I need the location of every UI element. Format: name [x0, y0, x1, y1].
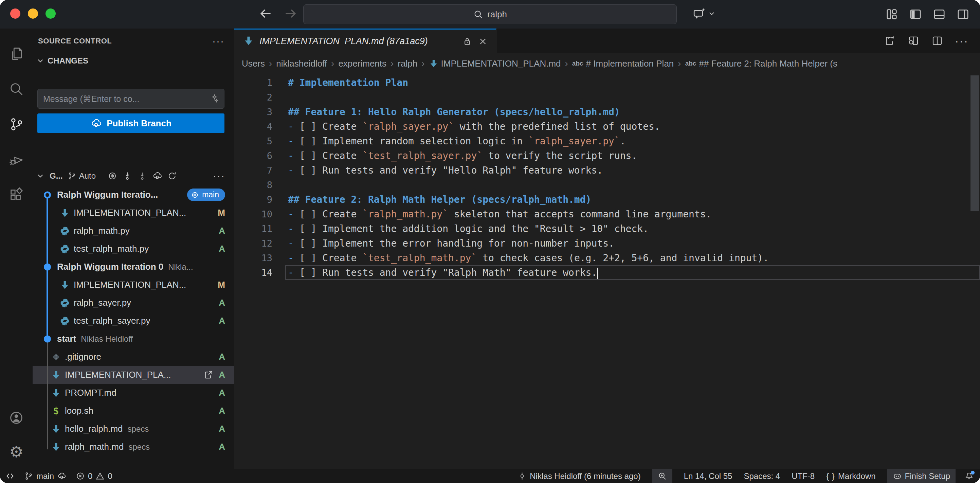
refresh-icon[interactable]	[167, 171, 177, 181]
file-row[interactable]: ralph_math.pyA	[33, 222, 234, 240]
status-problems[interactable]: 0 0	[76, 469, 112, 483]
customize-layout-icon[interactable]	[885, 8, 899, 22]
graph-auto-label[interactable]: Auto	[79, 171, 96, 181]
status-language[interactable]: { } Markdown	[826, 469, 875, 483]
explorer-icon[interactable]	[0, 36, 33, 71]
code-line[interactable]: 9## Feature 2: Ralph Math Helper (specs/…	[234, 192, 980, 207]
file-row[interactable]: $loop.shA	[33, 402, 234, 420]
commit-message-input[interactable]	[43, 94, 208, 104]
commit-row[interactable]: Ralph Wiggum Iteration 0Nikla...	[33, 258, 234, 276]
file-row[interactable]: IMPLEMENTATION_PLA...A	[33, 366, 234, 384]
breadcrumb-separator-icon: ›	[422, 58, 425, 69]
target-icon[interactable]	[107, 171, 118, 181]
run-debug-icon[interactable]	[0, 142, 33, 177]
status-branch[interactable]: main	[24, 469, 66, 483]
toggle-primary-sidebar-icon[interactable]	[909, 8, 922, 22]
breadcrumb-item[interactable]: abc## Feature 2: Ralph Math Helper (s	[685, 58, 837, 69]
file-row[interactable]: IMPLEMENTATION_PLAN...M	[33, 276, 234, 294]
sparkle-icon[interactable]	[208, 94, 219, 104]
toggle-panel-icon[interactable]	[932, 8, 946, 22]
code-line[interactable]: 10- [ ] Create `ralph_math.py` skeleton …	[234, 207, 980, 222]
code-line[interactable]: 4- [ ] Create `ralph_sayer.py` with the …	[234, 119, 980, 134]
code-line[interactable]: 12- [ ] Implement the error handling for…	[234, 236, 980, 251]
line-content: ## Feature 1: Hello Ralph Generator (spe…	[285, 105, 980, 119]
file-row[interactable]: .gitignoreA	[33, 348, 234, 366]
cloud-publish-icon[interactable]	[152, 171, 162, 181]
breadcrumb-item[interactable]: ralph	[398, 58, 417, 69]
file-row[interactable]: test_ralph_math.pyA	[33, 240, 234, 258]
file-row[interactable]: IMPLEMENTATION_PLAN...M	[33, 204, 234, 222]
breadcrumb-item[interactable]: abc# Implementation Plan	[572, 58, 674, 69]
account-icon[interactable]	[0, 401, 33, 435]
line-content: ## Feature 2: Ralph Math Helper (specs/r…	[285, 192, 980, 207]
breadcrumb-item[interactable]: Users	[242, 58, 265, 69]
graph-more-actions-icon[interactable]: ···	[213, 171, 225, 181]
notifications-bell[interactable]	[964, 472, 974, 481]
search-icon[interactable]	[0, 71, 33, 107]
status-cursor-position[interactable]: Ln 14, Col 55	[684, 469, 732, 483]
file-row[interactable]: ralph_sayer.pyA	[33, 294, 234, 312]
extensions-icon[interactable]	[0, 177, 33, 213]
commit-row[interactable]: Ralph Wiggum Iteratio...main	[33, 186, 234, 204]
minimize-window-button[interactable]	[28, 8, 38, 19]
code-line[interactable]: 14- [ ] Run tests and verify "Ralph Math…	[234, 265, 980, 280]
breadcrumb-item[interactable]: experiments	[338, 58, 387, 69]
code-line[interactable]: 3## Feature 1: Hello Ralph Generator (sp…	[234, 105, 980, 119]
breadcrumb-item[interactable]: IMPLEMENTATION_PLAN.md	[429, 58, 561, 69]
git-file-icon	[51, 352, 62, 362]
fetch-icon[interactable]	[122, 171, 132, 181]
source-control-icon[interactable]	[0, 107, 33, 142]
editor-more-actions-icon[interactable]: ···	[955, 35, 969, 46]
code-line[interactable]: 1# Implementation Plan	[234, 75, 980, 90]
file-row[interactable]: PROMPT.mdA	[33, 384, 234, 402]
command-center-search[interactable]: ralph	[303, 5, 677, 24]
markdown-file-icon	[51, 424, 62, 434]
code-line[interactable]: 5- [ ] Implement random selection logic …	[234, 134, 980, 148]
code-line[interactable]: 8	[234, 178, 980, 192]
close-icon[interactable]	[478, 36, 488, 46]
back-arrow-icon[interactable]	[258, 6, 273, 22]
graph-section-header[interactable]: G... Auto ···	[33, 166, 234, 186]
breadcrumb-item[interactable]: niklasheidloff	[276, 58, 327, 69]
code-line[interactable]: 11- [ ] Implement the addition logic and…	[234, 222, 980, 236]
code-line[interactable]: 13- [ ] Create `test_ralph_math.py` to c…	[234, 251, 980, 265]
split-editor-icon[interactable]	[931, 35, 943, 47]
file-row[interactable]: test_ralph_sayer.pyA	[33, 312, 234, 330]
code-editor[interactable]: 1# Implementation Plan23## Feature 1: He…	[234, 74, 980, 469]
status-git-blame[interactable]: Niklas Heidloff (6 minutes ago)	[517, 469, 640, 483]
code-token: [ ] Create	[294, 121, 362, 132]
code-line[interactable]: 6- [ ] Create `test_ralph_sayer.py` to v…	[234, 148, 980, 163]
finish-setup-button[interactable]: Finish Setup	[887, 469, 956, 483]
tab-implementation-plan[interactable]: IMPLEMENTATION_PLAN.md (87a1ac9)	[234, 29, 496, 53]
file-name: ralph_math.py	[74, 226, 130, 236]
copilot-chat-button[interactable]	[693, 7, 716, 21]
close-window-button[interactable]	[10, 8, 21, 19]
status-indentation[interactable]: Spaces: 4	[744, 469, 780, 483]
commit-row[interactable]: startNiklas Heidloff	[33, 330, 234, 348]
open-preview-icon[interactable]	[907, 35, 920, 47]
sidebar-more-actions-icon[interactable]: ···	[212, 36, 224, 46]
breadcrumb: Users›niklasheidloff›experiments›ralph›I…	[234, 53, 980, 74]
maximize-window-button[interactable]	[46, 8, 56, 19]
workbench: ⚙ SOURCE CONTROL ··· CHANGES	[0, 29, 980, 469]
file-name: loop.sh	[65, 406, 93, 416]
file-row[interactable]: hello_ralph.mdspecsA	[33, 420, 234, 438]
file-name: PROMPT.md	[65, 387, 116, 398]
zoom-indicator[interactable]	[652, 469, 672, 483]
editor-scrollbar[interactable]	[970, 75, 979, 211]
forward-arrow-icon[interactable]	[283, 6, 298, 22]
publish-branch-button[interactable]: Publish Branch	[37, 113, 224, 133]
code-token: [ ] Run tests and verify "Hello Ralph" f…	[294, 165, 603, 176]
pull-icon[interactable]	[137, 171, 147, 181]
remote-indicator[interactable]	[5, 469, 14, 483]
code-line[interactable]: 2	[234, 90, 980, 105]
open-changes-icon[interactable]	[884, 35, 896, 47]
file-row[interactable]: ralph_math.mdspecsA	[33, 438, 234, 456]
code-line[interactable]: 7- [ ] Run tests and verify "Hello Ralph…	[234, 163, 980, 178]
line-number: 8	[234, 178, 272, 192]
open-file-icon[interactable]	[203, 370, 213, 380]
changes-section-header[interactable]: CHANGES	[33, 50, 234, 71]
status-encoding[interactable]: UTF-8	[792, 469, 815, 483]
toggle-secondary-sidebar-icon[interactable]	[956, 8, 970, 22]
settings-gear-icon[interactable]: ⚙	[0, 435, 33, 469]
